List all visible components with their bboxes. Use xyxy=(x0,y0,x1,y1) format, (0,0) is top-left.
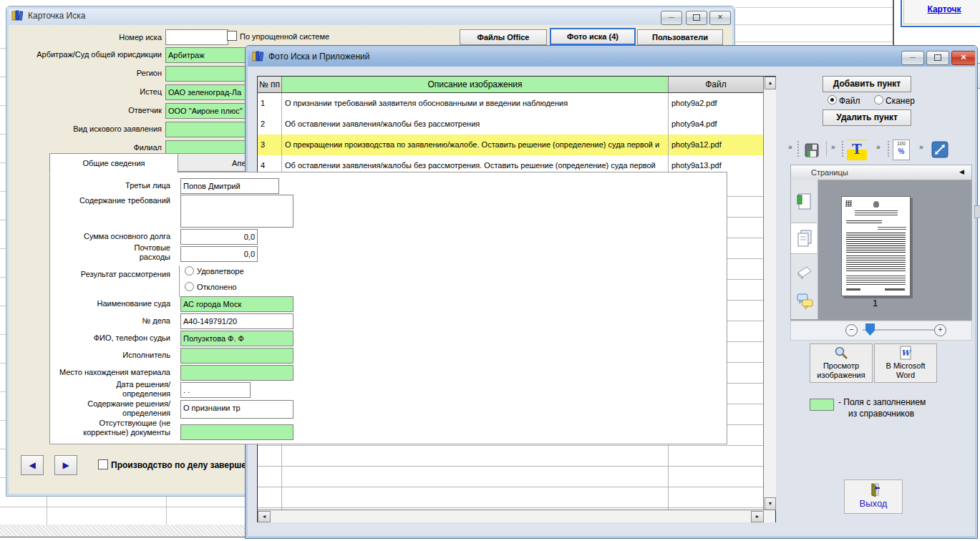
column-header-num[interactable]: № пп xyxy=(258,77,282,93)
to-word-button[interactable]: W В Microsoft Word xyxy=(874,343,937,383)
next-icon: ▶ xyxy=(62,460,69,470)
text-tool-button[interactable]: T xyxy=(847,140,867,161)
card-window-title: Карточка Иска xyxy=(28,11,85,21)
card-close-button[interactable]: × xyxy=(709,11,731,25)
cell-num: 3 xyxy=(261,135,281,155)
case-completed-label: Производство по делу завершен xyxy=(111,460,251,470)
principal-amount-input[interactable]: 0,0 xyxy=(180,229,258,245)
result-satisfied-label: Удовлетворе xyxy=(197,267,244,276)
photo-minimize-button[interactable]: — xyxy=(901,51,924,65)
minimize-icon: — xyxy=(669,14,674,20)
view-image-button[interactable]: Просмотр изображения xyxy=(810,343,873,383)
result-satisfied-radio[interactable] xyxy=(185,266,194,276)
exit-label: Выход xyxy=(845,498,902,510)
background-scrollbar-fragment[interactable] xyxy=(974,205,980,218)
table-vscrollbar[interactable]: ▲ ▼ xyxy=(763,77,776,510)
view-image-label2: изображения xyxy=(810,371,872,380)
scroll-down-button[interactable]: ▼ xyxy=(765,497,776,510)
scroll-up-button[interactable]: ▲ xyxy=(765,77,776,89)
fit-expand-button[interactable] xyxy=(931,140,949,159)
toolbar-overflow-chevron[interactable]: » xyxy=(788,144,792,151)
column-header-description[interactable]: Описание изображения xyxy=(282,77,669,93)
tab-general[interactable]: Общие сведения xyxy=(49,153,178,173)
case-number-label: № дела xyxy=(50,316,170,326)
photo-iska-button[interactable]: Фото иска (4) xyxy=(550,28,636,45)
decision-content-input[interactable]: О признании тр xyxy=(180,400,293,419)
postal-costs-input[interactable]: 0,0 xyxy=(180,246,258,262)
card-minimize-button[interactable]: — xyxy=(661,11,682,25)
toolbar-overflow-chevron[interactable]: » xyxy=(919,144,923,151)
claim-kind-label: Вид искового заявления xyxy=(11,125,162,134)
photo-maximize-button[interactable] xyxy=(926,51,949,65)
zoom-slider-thumb[interactable] xyxy=(865,323,875,336)
scroll-left-button[interactable]: ◄ xyxy=(258,511,271,522)
scroll-right-button[interactable]: ► xyxy=(751,511,764,522)
to-word-label2: Word xyxy=(875,371,936,380)
executor-field[interactable] xyxy=(180,348,293,364)
table-row[interactable]: 1 О признании требований заявителя обосн… xyxy=(258,93,763,114)
pages-panel-header[interactable]: Страницы ◀ xyxy=(791,165,971,180)
table-row-selected[interactable]: 3 О прекращении производства по заявлени… xyxy=(258,135,763,156)
claims-content-label: Содержание требований xyxy=(50,196,170,205)
third-parties-label: Третьи лица xyxy=(50,181,170,190)
judge-field[interactable]: Полуэктова Ф. Ф xyxy=(180,331,293,346)
kartochka-link-label: Карточк xyxy=(902,4,980,14)
cell-description: О признании требований заявителя обоснов… xyxy=(285,93,667,113)
photo-window-titlebar[interactable]: Фото Иска и Приложений — × xyxy=(246,46,977,67)
legend-swatch xyxy=(810,399,834,411)
page-thumbnail[interactable] xyxy=(841,196,911,296)
case-number-input[interactable]: А40-149791/20 xyxy=(180,313,293,329)
zoom-100-button[interactable]: 100 % xyxy=(893,140,910,160)
next-record-button[interactable]: ▶ xyxy=(54,455,77,475)
add-item-button[interactable]: Добавить пункт xyxy=(823,76,911,92)
decision-date-input[interactable]: . . xyxy=(180,382,251,398)
comments-tab[interactable] xyxy=(796,291,813,310)
save-button[interactable] xyxy=(802,140,822,161)
column-header-file[interactable]: Файл xyxy=(669,77,764,93)
material-location-field[interactable] xyxy=(180,365,293,381)
pages-tab-selected[interactable] xyxy=(791,223,817,254)
defendant-label: Ответчик xyxy=(11,106,162,115)
viewer-toolbar: » » T » 100 % » xyxy=(786,138,965,161)
missing-docs-field[interactable] xyxy=(180,424,293,440)
toolbar-overflow-chevron[interactable]: » xyxy=(876,144,880,151)
users-button[interactable]: Пользователи xyxy=(637,29,723,45)
card-window-titlebar[interactable]: Карточка Иска — × xyxy=(6,6,734,25)
zoom-in-button[interactable]: + xyxy=(934,324,946,336)
result-declined-radio[interactable] xyxy=(185,282,194,291)
cell-file: photy9a12.pdf xyxy=(671,135,762,155)
exit-door-icon xyxy=(866,482,880,497)
table-hscrollbar[interactable]: ◄ ► xyxy=(258,510,775,522)
source-file-radio[interactable] xyxy=(828,95,837,104)
claims-content-textarea[interactable] xyxy=(180,195,293,228)
table-row[interactable]: 2 Об оставлении заявления/жалобы без рас… xyxy=(258,114,763,135)
claim-number-input[interactable] xyxy=(165,29,228,45)
scroll-up-icon: ▲ xyxy=(768,80,773,85)
exit-button[interactable]: Выход xyxy=(844,479,903,514)
third-parties-input[interactable]: Попов Дмитрий xyxy=(180,178,279,194)
to-word-label1: В Microsoft xyxy=(875,361,936,371)
zoom-100-label: 100 xyxy=(893,140,909,147)
files-office-button[interactable]: Файлы Office xyxy=(460,29,547,45)
court-name-field[interactable]: АС города Моск xyxy=(180,296,293,312)
plaintiff-label: Истец xyxy=(11,87,162,97)
bookmarks-tab[interactable] xyxy=(796,192,813,211)
expand-icon xyxy=(931,141,949,158)
general-tab-panel: Третьи лица Попов Дмитрий Содержание тре… xyxy=(49,172,727,444)
books-icon xyxy=(252,51,265,62)
prev-record-button[interactable]: ◀ xyxy=(21,455,44,475)
collapse-panel-icon[interactable]: ◀ xyxy=(959,168,964,175)
source-scanner-label: Сканер xyxy=(886,96,915,106)
delete-item-button[interactable]: Удалить пункт xyxy=(823,109,911,126)
zoom-out-button[interactable]: − xyxy=(845,324,858,336)
case-completed-checkbox[interactable] xyxy=(98,459,108,469)
cell-file: photy9a4.pdf xyxy=(671,114,762,134)
stamps-tab[interactable] xyxy=(796,263,813,281)
source-scanner-radio[interactable] xyxy=(874,95,883,104)
toolbar-overflow-chevron[interactable]: » xyxy=(831,144,835,151)
text-tool-icon: T xyxy=(852,142,861,157)
background-kartochka-button[interactable]: Карточк xyxy=(901,0,980,27)
photo-close-button[interactable]: × xyxy=(951,51,976,65)
simplified-checkbox[interactable] xyxy=(227,31,237,41)
card-maximize-button[interactable] xyxy=(686,11,707,25)
